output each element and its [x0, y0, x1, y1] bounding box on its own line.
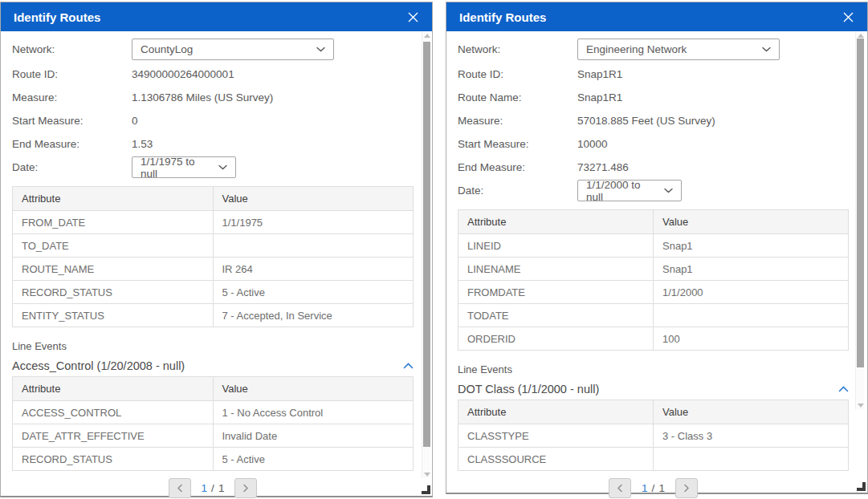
network-select[interactable]: Engineering Network — [577, 39, 780, 60]
date-select-value: 1/1/1975 to null — [141, 156, 212, 180]
page-indicator: 1 / 1 — [202, 482, 225, 494]
pagination: 1 / 1 — [12, 478, 414, 498]
line-events-label: Line Events — [458, 363, 849, 375]
panel-body: Network: Engineering Network Route ID: S… — [446, 31, 867, 493]
column-header-attribute: Attribute — [13, 377, 214, 401]
scroll-up-icon[interactable] — [424, 34, 430, 38]
table-row: DATE_ATTR_EFFECTIVE Invalid Date — [13, 424, 414, 448]
column-header-value: Value — [654, 400, 849, 424]
attribute-cell: RECORD_STATUS — [13, 281, 214, 304]
column-header-attribute: Attribute — [13, 187, 214, 211]
route-id-label: Route ID: — [458, 68, 577, 80]
end-measure-value: 73271.486 — [577, 161, 629, 173]
next-page-button[interactable] — [675, 478, 698, 498]
value-cell: 3 - Class 3 — [654, 424, 849, 448]
date-select[interactable]: 1/1/1975 to null — [132, 156, 236, 178]
attribute-cell: TODATE — [458, 304, 654, 327]
scrollbar-thumb[interactable] — [423, 42, 430, 447]
pagination: 1 / 1 — [458, 478, 849, 498]
line-events-table: Attribute Value ACCESS_CONTROL 1 - No Ac… — [12, 376, 414, 471]
line-events-group-title: Access_Control (1/20/2008 - null) — [12, 359, 185, 372]
table-row: TODATE — [458, 304, 849, 327]
table-row: LINENAME Snap1 — [458, 258, 849, 281]
chevron-down-icon — [762, 47, 771, 52]
measure-value: 57018.885 Feet (US Survey) — [577, 115, 715, 127]
start-measure-value: 10000 — [577, 138, 608, 150]
table-row: FROM_DATE 1/1/1975 — [13, 211, 414, 234]
end-measure-value: 1.53 — [132, 138, 153, 150]
start-measure-value: 0 — [132, 115, 138, 127]
route-name-label: Route Name: — [458, 91, 577, 103]
page-indicator: 1 / 1 — [642, 482, 665, 494]
line-events-group-title: DOT Class (1/1/2000 - null) — [458, 383, 599, 396]
value-cell: 5 - Active — [213, 448, 414, 471]
attribute-cell: RECORD_STATUS — [13, 448, 214, 471]
column-header-value: Value — [213, 187, 414, 211]
workspace: Identify Routes Network: CountyLog Route… — [0, 0, 868, 499]
network-label: Network: — [12, 43, 132, 55]
scroll-down-icon[interactable] — [858, 404, 864, 408]
identify-routes-panel-right: Identify Routes Network: Engineering Net… — [446, 2, 868, 494]
page-separator: / — [652, 482, 655, 494]
value-cell — [213, 234, 414, 258]
value-cell: Invalid Date — [213, 424, 414, 448]
measure-label: Measure: — [12, 91, 132, 103]
resize-handle[interactable] — [422, 485, 430, 494]
table-row: ENTITY_STATUS 7 - Accepted, In Service — [13, 304, 414, 327]
column-header-attribute: Attribute — [458, 210, 654, 234]
table-row: ROUTE_NAME IR 264 — [13, 258, 414, 281]
close-icon — [842, 11, 854, 23]
scroll-up-icon[interactable] — [858, 34, 864, 38]
table-row: FROMDATE 1/1/2000 — [458, 281, 849, 304]
close-button[interactable] — [404, 8, 422, 26]
chevron-left-icon — [617, 484, 623, 493]
chevron-down-icon — [218, 164, 227, 170]
panel-body: Network: CountyLog Route ID: 34900000264… — [1, 31, 432, 496]
prev-page-button[interactable] — [609, 478, 631, 498]
resize-handle[interactable] — [857, 482, 866, 491]
line-events-group-header[interactable]: DOT Class (1/1/2000 - null) — [458, 380, 849, 398]
line-events-group-header[interactable]: Access_Control (1/20/2008 - null) — [12, 357, 414, 375]
vertical-scrollbar[interactable] — [855, 32, 864, 409]
table-row: RECORD_STATUS 5 - Active — [13, 281, 414, 304]
attribute-cell: ACCESS_CONTROL — [13, 401, 214, 424]
value-cell: 1/1/1975 — [213, 211, 414, 234]
attribute-cell: CLASSTYPE — [458, 424, 654, 448]
network-select[interactable]: CountyLog — [132, 39, 334, 60]
chevron-down-icon — [664, 188, 673, 193]
vertical-scrollbar[interactable] — [422, 32, 430, 478]
end-measure-label: End Measure: — [458, 161, 577, 173]
chevron-left-icon — [177, 484, 183, 493]
close-button[interactable] — [839, 8, 857, 26]
attribute-cell: ENTITY_STATUS — [13, 304, 214, 327]
scrollbar-thumb[interactable] — [857, 39, 864, 367]
total-pages: 1 — [658, 482, 665, 494]
chevron-down-icon — [316, 47, 325, 52]
panel-header: Identify Routes — [1, 2, 432, 31]
prev-page-button[interactable] — [169, 478, 191, 498]
attribute-cell: FROM_DATE — [13, 211, 214, 234]
table-row: LINEID Snap1 — [458, 234, 849, 258]
scroll-down-icon[interactable] — [424, 473, 430, 477]
table-row: ACCESS_CONTROL 1 - No Access Control — [13, 401, 414, 424]
date-select-value: 1/1/2000 to null — [586, 179, 658, 203]
route-id-value: 34900000264000001 — [132, 68, 234, 80]
column-header-value: Value — [213, 377, 414, 401]
attribute-cell: TO_DATE — [13, 234, 214, 258]
column-header-attribute: Attribute — [458, 400, 654, 424]
route-id-value: Snap1R1 — [577, 68, 622, 80]
current-page: 1 — [202, 482, 208, 494]
line-events-table: Attribute Value CLASSTYPE 3 - Class 3 CL… — [458, 400, 849, 471]
value-cell: 1 - No Access Control — [213, 401, 414, 424]
value-cell — [654, 448, 849, 471]
date-select[interactable]: 1/1/2000 to null — [577, 180, 682, 201]
identify-routes-panel-left: Identify Routes Network: CountyLog Route… — [0, 2, 433, 497]
attribute-cell: ROUTE_NAME — [13, 258, 214, 281]
table-row: CLASSTYPE 3 - Class 3 — [458, 424, 849, 448]
next-page-button[interactable] — [234, 478, 257, 498]
value-cell: 1/1/2000 — [654, 281, 849, 304]
attribute-cell: FROMDATE — [458, 281, 654, 304]
total-pages: 1 — [218, 482, 225, 494]
value-cell: IR 264 — [213, 258, 414, 281]
attribute-cell: CLASSSOURCE — [458, 448, 654, 471]
